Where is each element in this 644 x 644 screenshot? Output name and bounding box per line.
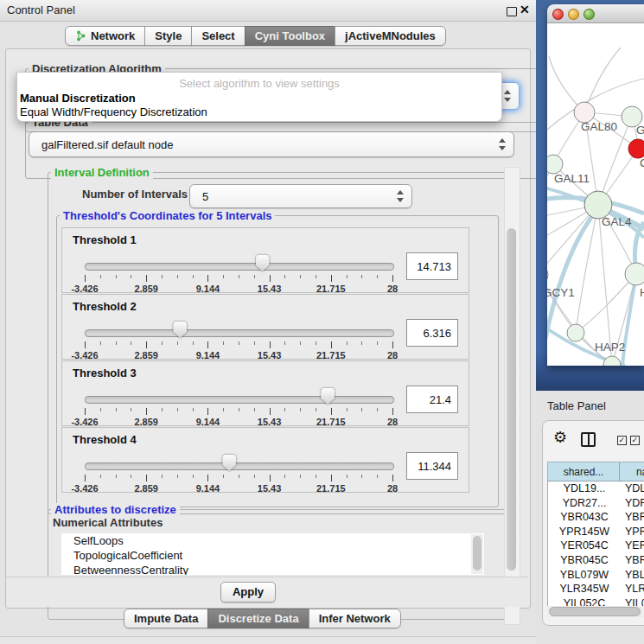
- column-header-shared-name[interactable]: shared...: [547, 462, 620, 481]
- table-cell[interactable]: YLR345W: [548, 582, 621, 596]
- close-panel-icon[interactable]: ✕: [520, 3, 530, 16]
- tab-style[interactable]: Style: [144, 26, 192, 46]
- apply-button[interactable]: Apply: [220, 582, 276, 603]
- tick-mark: [162, 341, 163, 345]
- float-window-icon[interactable]: [507, 7, 517, 16]
- slider-thumb-icon[interactable]: [222, 455, 236, 471]
- network-canvas[interactable]: GAL80 GA C GAL11 GAL4 GCY1 H HAP2: [547, 23, 644, 366]
- table-cell[interactable]: YBR0: [625, 510, 644, 525]
- close-traffic-light-icon[interactable]: [552, 9, 564, 20]
- threshold-slider-track[interactable]: [85, 329, 394, 337]
- dropdown-option[interactable]: Manual Discretization: [20, 92, 136, 105]
- threshold-value-field[interactable]: 11.344: [406, 452, 458, 480]
- tick-mark: [361, 275, 362, 278]
- mode-tab-infer-network[interactable]: Infer Network: [309, 609, 401, 628]
- panel-bottom-bar: Apply: [6, 577, 528, 607]
- slider-thumb-icon[interactable]: [321, 388, 335, 405]
- threshold-label: Threshold 3: [73, 367, 137, 379]
- tick-mark: [85, 475, 86, 481]
- table-hscrollbar[interactable]: [547, 606, 644, 617]
- node-label: GA: [636, 124, 644, 137]
- tick-mark: [223, 275, 224, 278]
- num-intervals-combo[interactable]: 5: [189, 184, 412, 208]
- table-header-row: shared... na: [547, 462, 644, 481]
- attribute-list-item[interactable]: BetweennessCentrality: [61, 563, 484, 575]
- table-body[interactable]: YDL19...YDL1YDR27...YDR2YBR043CYBR0YPR14…: [547, 481, 644, 606]
- table-row[interactable]: YBL079WYBL0: [548, 568, 644, 583]
- checkbox-icon[interactable]: [630, 436, 640, 445]
- numerical-attributes-list[interactable]: SelfLoopsTopologicalCoefficientBetweenne…: [61, 533, 484, 575]
- tab-jactivemnodules[interactable]: jActiveMNodules: [335, 26, 446, 46]
- network-window-titlebar[interactable]: [547, 4, 644, 23]
- mode-tab-impute-data[interactable]: Impute Data: [124, 609, 208, 628]
- node-label: GCY1: [547, 286, 575, 299]
- table-cell[interactable]: YDR27...: [548, 496, 621, 511]
- table-cell[interactable]: YDL19...: [548, 481, 621, 496]
- list-scrollbar-thumb[interactable]: [473, 536, 481, 571]
- checkbox-icon[interactable]: [617, 436, 627, 445]
- panel-title: Control Panel: [7, 3, 75, 16]
- tick-mark: [331, 275, 332, 282]
- table-cell[interactable]: YBL079W: [548, 568, 621, 583]
- network-node[interactable]: [625, 263, 644, 285]
- tab-select[interactable]: Select: [191, 26, 245, 46]
- table-row[interactable]: YDR27...YDR2: [548, 496, 644, 511]
- slider-thumb-icon[interactable]: [173, 322, 187, 338]
- mode-tab-discretize-data[interactable]: Discretize Data: [207, 609, 309, 628]
- network-node[interactable]: [547, 265, 548, 285]
- network-graph: GAL80 GA C GAL11 GAL4 GCY1 H HAP2: [547, 23, 644, 366]
- table-row[interactable]: YPR145WYPR1: [548, 525, 644, 539]
- slider-thumb-icon[interactable]: [256, 255, 270, 271]
- network-icon: [75, 30, 86, 41]
- table-row[interactable]: YBR045CYBR0: [548, 553, 644, 568]
- table-row[interactable]: YIL052CYIL0: [548, 596, 644, 606]
- table-data-combo[interactable]: galFiltered.sif default node: [29, 131, 514, 157]
- table-cell[interactable]: YER0: [625, 539, 644, 553]
- threshold-value-field[interactable]: 21.4: [406, 386, 458, 413]
- threshold-slider-track[interactable]: [85, 396, 394, 404]
- table-hscrollbar-thumb[interactable]: [549, 607, 641, 616]
- panel-scrollbar[interactable]: [504, 167, 520, 625]
- threshold-slider-track[interactable]: [85, 263, 394, 271]
- table-cell[interactable]: YER054C: [548, 539, 621, 553]
- table-cell[interactable]: YBL0: [625, 568, 644, 583]
- network-node-highlighted[interactable]: [628, 139, 644, 158]
- minimize-traffic-light-icon[interactable]: [568, 9, 579, 20]
- attribute-list-item[interactable]: TopologicalCoefficient: [61, 548, 484, 563]
- table-row[interactable]: YBR043CYBR0: [548, 510, 644, 525]
- tick-mark: [239, 341, 239, 345]
- tab-cyni-toolbox[interactable]: Cyni Toolbox: [245, 26, 335, 46]
- zoom-traffic-light-icon[interactable]: [583, 9, 595, 20]
- network-node[interactable]: [547, 155, 563, 174]
- table-cell[interactable]: YBR0: [625, 553, 644, 568]
- split-columns-icon[interactable]: [581, 432, 596, 447]
- column-header-name[interactable]: na: [621, 462, 644, 481]
- dropdown-option[interactable]: Equal Width/Frequency Discretization: [20, 105, 207, 118]
- threshold-slider-track[interactable]: [85, 462, 394, 470]
- tick-label: 9.144: [196, 483, 220, 494]
- list-scrollbar[interactable]: [471, 534, 483, 574]
- table-cell[interactable]: YBR043C: [548, 510, 621, 525]
- tick-mark: [177, 275, 178, 278]
- table-cell[interactable]: YDR2: [625, 496, 644, 511]
- tick-mark: [100, 275, 101, 278]
- panel-scrollbar-thumb[interactable]: [507, 228, 516, 571]
- tab-network[interactable]: Network: [65, 26, 145, 46]
- threshold-label: Threshold 2: [73, 300, 137, 313]
- table-cell[interactable]: YLR3: [625, 582, 644, 596]
- table-cell[interactable]: YDL1: [625, 481, 644, 496]
- table-row[interactable]: YDL19...YDL1: [548, 481, 644, 496]
- threshold-value-field[interactable]: 14.713: [406, 252, 458, 280]
- attribute-list-item[interactable]: SelfLoops: [61, 533, 484, 548]
- table-cell[interactable]: YPR145W: [548, 525, 621, 539]
- table-cell[interactable]: YIL0: [625, 596, 644, 606]
- table-row[interactable]: YLR345WYLR3: [548, 582, 644, 596]
- threshold-value-field[interactable]: 6.316: [406, 319, 458, 347]
- network-node[interactable]: [567, 324, 584, 341]
- table-cell[interactable]: YIL052C: [548, 596, 621, 606]
- tick-mark: [177, 408, 178, 411]
- table-cell[interactable]: YPR1: [625, 525, 644, 539]
- table-row[interactable]: YER054CYER0: [548, 539, 644, 553]
- gear-icon[interactable]: ⚙: [553, 428, 567, 447]
- table-cell[interactable]: YBR045C: [548, 553, 621, 568]
